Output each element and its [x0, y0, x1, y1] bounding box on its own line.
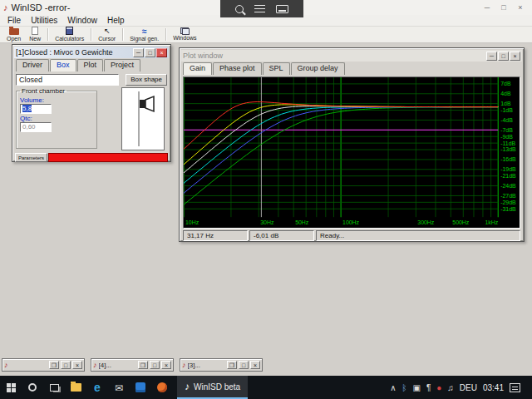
toolbar: OpenNewCalculatorsCursorSignal gen.Windo… [0, 27, 532, 43]
box-type-select[interactable]: Closed [16, 74, 119, 86]
chevron-up-icon[interactable]: ∧ [390, 383, 396, 392]
close-icon[interactable]: × [512, 0, 529, 15]
tab-plot[interactable]: Plot [77, 59, 104, 71]
store-button[interactable] [130, 376, 151, 399]
maximize-icon[interactable]: □ [145, 48, 155, 57]
close-icon[interactable]: × [510, 52, 520, 61]
plot-window-title: Plot window [183, 52, 223, 60]
mail-icon [115, 380, 123, 395]
winisd-app-icon: ♪ [4, 361, 8, 369]
plot-window: Plot window ─ □ × GainPhase plotSPLGroup… [179, 47, 525, 242]
svg-text:100Hz: 100Hz [342, 219, 360, 225]
close-icon[interactable]: × [72, 361, 82, 369]
tab-spl[interactable]: SPL [263, 62, 290, 75]
volume-icon[interactable]: ♫ [447, 383, 454, 392]
minimize-icon[interactable]: ─ [479, 0, 495, 15]
onedrive-icon[interactable]: ▣ [412, 383, 420, 392]
maximize-icon[interactable]: □ [498, 52, 509, 61]
tab-box[interactable]: Box [50, 59, 76, 71]
driver-window-title: [1]Closed : Mivoc 0 Gewichte [16, 48, 113, 57]
close-icon[interactable]: × [161, 361, 171, 369]
new-button[interactable]: New [25, 27, 45, 43]
plot-window-titlebar[interactable]: Plot window ─ □ × [181, 50, 522, 62]
box-shape-button[interactable]: Box shape [126, 74, 167, 86]
calculators-button[interactable]: Calculators [51, 27, 88, 43]
minimized-window-title: [4]... [99, 362, 137, 369]
close-icon[interactable]: × [250, 361, 260, 369]
minimized-window[interactable]: ♪[4]...❐□× [91, 358, 174, 372]
minimize-icon[interactable]: ─ [486, 52, 497, 61]
menu-window[interactable]: Window [62, 16, 102, 25]
tab-driver[interactable]: Driver [16, 59, 49, 71]
new-document-icon [32, 27, 38, 35]
zoom-icon[interactable] [235, 5, 244, 13]
cursor-icon [104, 27, 111, 35]
edge-button[interactable] [86, 376, 108, 399]
app-title: WinISD -error- [12, 2, 71, 12]
pen-icon[interactable]: ¶ [426, 383, 431, 392]
firefox-icon [157, 382, 167, 392]
bluetooth-icon[interactable]: ᛒ [401, 383, 406, 392]
volume-input[interactable]: 5,8 [20, 104, 52, 114]
open-button[interactable]: Open [2, 27, 25, 43]
signal-generator-icon [142, 27, 147, 35]
maximize-icon[interactable]: □ [150, 361, 160, 369]
quick-launch [22, 376, 173, 399]
driver-window-titlebar[interactable]: [1]Closed : Mivoc 0 Gewichte ─ □ × [14, 47, 169, 58]
alert-icon[interactable]: ● [436, 383, 441, 392]
firefox-button[interactable] [151, 376, 173, 399]
cursor-button[interactable]: Cursor [94, 27, 120, 43]
winisd-app-icon: ♪ [185, 381, 190, 392]
toolbar-label: Open [7, 35, 21, 42]
taskbar-app-winisd[interactable]: ♪ WinISD beta [177, 376, 248, 399]
window-controls: ─ □ × [479, 0, 529, 15]
language-indicator[interactable]: DEU [460, 383, 477, 392]
tab-phase-plot[interactable]: Phase plot [213, 62, 262, 75]
svg-text:-16dB: -16dB [500, 156, 516, 162]
parameters-tab[interactable]: Parameters [15, 153, 47, 162]
signal-gen-button[interactable]: Signal gen. [126, 27, 163, 43]
menu-icon[interactable] [254, 5, 265, 12]
maximize-icon[interactable]: □ [61, 361, 71, 369]
maximize-icon[interactable]: □ [495, 0, 512, 15]
gain-plot[interactable]: 7dB4dB1dB-1dB-4dB-7dB-9dB-11dB-13dB-16dB… [183, 76, 520, 229]
action-center-icon[interactable] [510, 383, 520, 392]
tab-gain[interactable]: Gain [183, 62, 212, 75]
svg-text:-24dB: -24dB [500, 183, 516, 189]
minimized-window[interactable]: ♪❐□× [2, 358, 85, 372]
menu-utilities[interactable]: Utilities [26, 16, 62, 25]
mdi-area: [1]Closed : Mivoc 0 Gewichte ─ □ × Drive… [0, 43, 532, 376]
tab-project[interactable]: Project [104, 59, 140, 71]
keyboard-icon[interactable] [276, 5, 288, 13]
toolbar-label: Cursor [98, 35, 116, 42]
minimized-window-title: [3]... [188, 362, 226, 369]
task-view-button[interactable] [43, 376, 65, 399]
menu-help[interactable]: Help [102, 16, 130, 25]
menu-file[interactable]: File [2, 16, 26, 25]
screen: ♪ WinISD -error- ─ □ × FileUtilitiesWind… [0, 0, 532, 399]
tab-group-delay[interactable]: Group delay [291, 62, 345, 75]
cursor-gain: -6,01 dB [249, 230, 314, 241]
maximize-icon[interactable]: □ [239, 361, 249, 369]
close-icon[interactable]: × [156, 48, 167, 57]
winisd-app-icon: ♪ [3, 2, 8, 12]
search-icon [28, 383, 37, 392]
minimized-window[interactable]: ♪[3]...❐□× [180, 358, 263, 372]
driver-window: [1]Closed : Mivoc 0 Gewichte ─ □ × Drive… [12, 44, 171, 162]
windows-button[interactable]: Windows [169, 27, 200, 43]
windows-logo-icon [7, 383, 16, 392]
restore-icon[interactable]: ❐ [227, 361, 237, 369]
minimize-icon[interactable]: ─ [133, 48, 144, 57]
file-explorer-icon [71, 383, 81, 392]
restore-icon[interactable]: ❐ [49, 361, 59, 369]
mail-button[interactable] [108, 376, 130, 399]
restore-icon[interactable]: ❐ [138, 361, 148, 369]
svg-text:-29dB: -29dB [500, 200, 516, 205]
error-progress-bar [48, 153, 168, 162]
start-button[interactable] [0, 376, 22, 399]
minimized-windows-row: ♪❐□×♪[4]...❐□×♪[3]...❐□× [2, 358, 263, 372]
search-button[interactable] [22, 376, 43, 399]
clock[interactable]: 03:41 [483, 383, 504, 392]
file-explorer-button[interactable] [65, 376, 86, 399]
qtc-input[interactable]: 0,60 [20, 122, 52, 132]
